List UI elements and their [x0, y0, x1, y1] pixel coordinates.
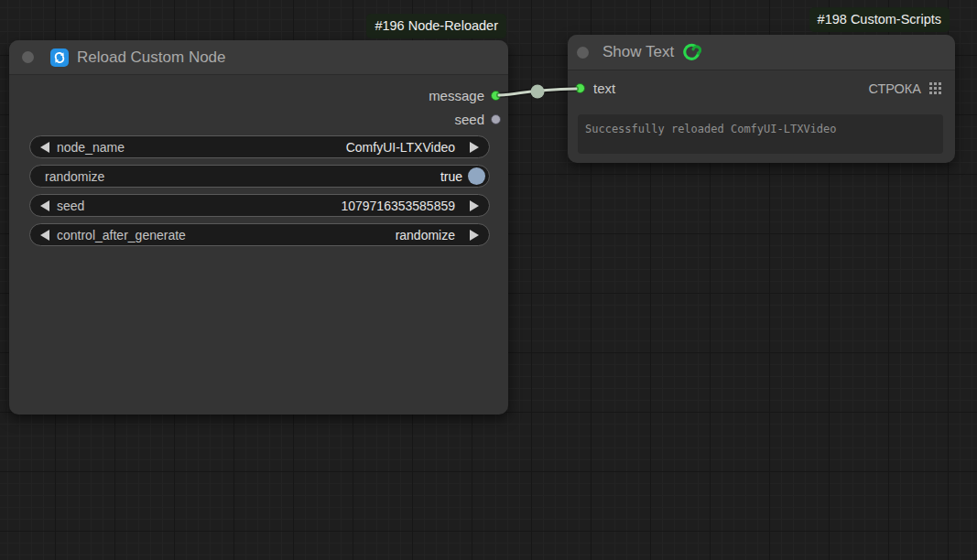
widget-value: true [440, 169, 462, 184]
node-show-text[interactable]: Show Text text СТРОКА Successfully reloa… [568, 35, 955, 163]
widget-value: 1079716353585859 [341, 199, 455, 213]
widget-seed[interactable]: seed 1079716353585859 [29, 194, 490, 217]
link-midpoint-dot[interactable] [531, 85, 545, 99]
decrement-arrow-icon[interactable] [40, 230, 49, 241]
collapse-dot[interactable] [577, 47, 589, 59]
text-output-area[interactable]: Successfully reloaded ComfyUI-LTXVideo [578, 114, 943, 154]
node-canvas[interactable]: { "canvas": {"background": "#1e1e1e"}, "… [0, 0, 977, 560]
widget-node-name[interactable]: node_name ComfyUI-LTXVideo [29, 135, 490, 158]
increment-arrow-icon[interactable] [470, 230, 479, 241]
output-port-message[interactable] [491, 91, 501, 101]
increment-arrow-icon[interactable] [470, 200, 479, 211]
output-label-seed: seed [454, 113, 484, 126]
node-badge-reloader: #196 Node-Reloader [366, 14, 506, 38]
widget-label: control_after_generate [57, 228, 186, 242]
toggle-knob[interactable] [468, 167, 485, 185]
collapse-dot[interactable] [22, 51, 34, 63]
node-titlebar[interactable]: Reload Custom Node [9, 40, 508, 75]
node-titlebar[interactable]: Show Text [568, 35, 955, 70]
node-reload-custom-node[interactable]: Reload Custom Node message seed node_nam… [9, 40, 508, 415]
snake-swirl-icon [681, 42, 701, 62]
widget-value: ComfyUI-LTXVideo [346, 140, 455, 155]
node-title: Show Text [602, 43, 674, 61]
widget-randomize-toggle[interactable]: randomize true [29, 165, 490, 188]
decrement-arrow-icon[interactable] [40, 200, 49, 211]
reload-icon [50, 48, 69, 67]
node-badge-custom-scripts: #198 Custom-Scripts [809, 7, 950, 32]
input-label-text: text [593, 81, 615, 95]
input-port-text[interactable] [575, 83, 585, 93]
widget-value: randomize [396, 228, 455, 242]
port-type-label: СТРОКА [868, 81, 921, 96]
output-port-seed[interactable] [491, 114, 501, 124]
widget-label: seed [57, 199, 84, 213]
output-label-message: message [429, 89, 484, 102]
grid-dots-icon[interactable] [929, 82, 942, 94]
widget-control-after-generate[interactable]: control_after_generate randomize [29, 223, 490, 246]
widget-label: randomize [45, 169, 104, 184]
widget-label: node_name [57, 140, 125, 155]
increment-arrow-icon[interactable] [470, 142, 479, 153]
decrement-arrow-icon[interactable] [40, 142, 49, 153]
node-title: Reload Custom Node [77, 48, 226, 67]
